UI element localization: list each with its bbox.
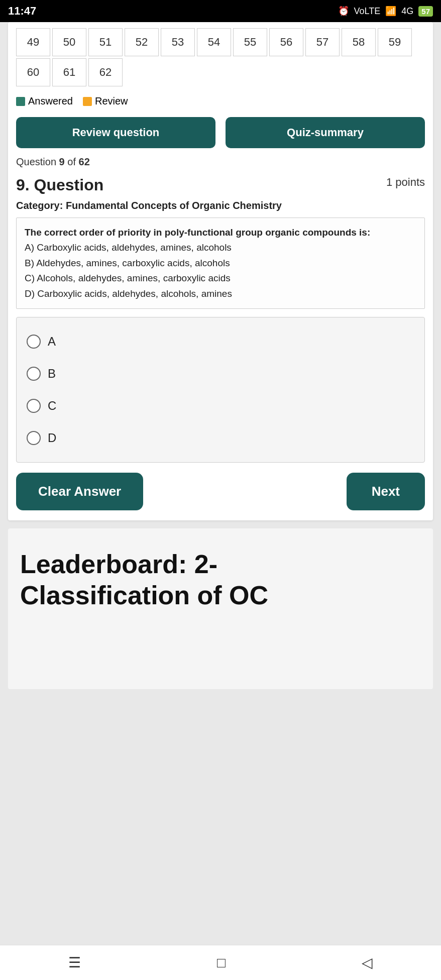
- question-grid: 49 50 51 52 53 54 55 56 57 58 59 60 61 6…: [16, 28, 425, 86]
- action-buttons: Review question Quiz-summary: [8, 112, 433, 154]
- question-grid-container: 49 50 51 52 53 54 55 56 57 58 59 60 61 6…: [8, 22, 433, 90]
- grid-cell-54[interactable]: 54: [197, 28, 231, 56]
- question-category: Category: Fundamental Concepts of Organi…: [8, 197, 433, 217]
- quiz-summary-button[interactable]: Quiz-summary: [226, 117, 425, 148]
- grid-cell-53[interactable]: 53: [161, 28, 195, 56]
- question-text-bold: The correct order of priority in poly-fu…: [25, 227, 370, 238]
- answered-dot: [16, 97, 25, 106]
- answer-label-d: D: [48, 431, 56, 445]
- grid-cell-62[interactable]: 62: [88, 58, 123, 86]
- status-right: ⏰ VoLTE 📶 4G 57: [338, 6, 433, 17]
- grid-cell-49[interactable]: 49: [16, 28, 50, 56]
- answered-label: Answered: [28, 95, 73, 107]
- main-card: 49 50 51 52 53 54 55 56 57 58 59 60 61 6…: [8, 22, 433, 520]
- question-prefix: Question: [16, 156, 59, 167]
- bottom-buttons: Clear Answer Next: [8, 473, 433, 510]
- grid-cell-61[interactable]: 61: [52, 58, 86, 86]
- answer-label-c: C: [48, 399, 56, 413]
- grid-cell-55[interactable]: 55: [233, 28, 267, 56]
- option-a-text: A) Carboxylic acids, aldehydes, amines, …: [25, 242, 232, 253]
- navigation-bar: ☰ □ ◁: [0, 945, 441, 980]
- clear-answer-button[interactable]: Clear Answer: [16, 473, 143, 510]
- question-of: of: [65, 156, 79, 167]
- review-question-button[interactable]: Review question: [16, 117, 215, 148]
- menu-icon[interactable]: ☰: [68, 954, 81, 971]
- question-box: The correct order of priority in poly-fu…: [16, 217, 425, 309]
- legend-answered: Answered: [16, 95, 73, 107]
- answer-option-b[interactable]: B: [27, 358, 414, 390]
- question-header: 9. Question 1 points: [8, 172, 433, 197]
- answer-options: A B C D: [16, 317, 425, 463]
- grid-cell-52[interactable]: 52: [125, 28, 159, 56]
- question-current: 9: [59, 156, 65, 167]
- grid-cell-58[interactable]: 58: [342, 28, 376, 56]
- legend-review: Review: [83, 95, 128, 107]
- home-icon[interactable]: □: [217, 955, 226, 971]
- radio-a[interactable]: [27, 335, 41, 349]
- question-total: 62: [79, 156, 90, 167]
- grid-cell-51[interactable]: 51: [88, 28, 123, 56]
- question-info-bar: Question 9 of 62: [8, 154, 433, 172]
- option-b-text: B) Aldehydes, amines, carboxylic acids, …: [25, 258, 230, 268]
- answer-option-a[interactable]: A: [27, 325, 414, 358]
- question-title: 9. Question: [16, 176, 103, 194]
- leaderboard-title: Leaderboard: 2-Classification of OC: [20, 549, 421, 611]
- grid-cell-50[interactable]: 50: [52, 28, 86, 56]
- status-bar: 11:47 ⏰ VoLTE 📶 4G 57: [0, 0, 441, 22]
- legend: Answered Review: [8, 90, 433, 112]
- grid-cell-56[interactable]: 56: [269, 28, 303, 56]
- radio-c[interactable]: [27, 399, 41, 413]
- grid-cell-57[interactable]: 57: [305, 28, 340, 56]
- back-icon[interactable]: ◁: [362, 954, 373, 971]
- question-points: 1 points: [386, 176, 425, 189]
- network-icon: VoLTE: [354, 6, 381, 17]
- answer-option-c[interactable]: C: [27, 390, 414, 422]
- leaderboard-card: Leaderboard: 2-Classification of OC: [8, 528, 433, 689]
- 4g-icon: 4G: [401, 6, 413, 17]
- review-label: Review: [95, 95, 128, 107]
- radio-b[interactable]: [27, 367, 41, 381]
- answer-label-a: A: [48, 335, 56, 349]
- alarm-icon: ⏰: [338, 6, 349, 17]
- radio-d[interactable]: [27, 431, 41, 445]
- next-button[interactable]: Next: [347, 473, 425, 510]
- grid-cell-59[interactable]: 59: [378, 28, 412, 56]
- grid-cell-60[interactable]: 60: [16, 58, 50, 86]
- option-c-text: C) Alcohols, aldehydes, amines, carboxyl…: [25, 273, 231, 283]
- status-time: 11:47: [8, 5, 36, 18]
- signal-icon: 📶: [385, 6, 396, 17]
- option-d-text: D) Carboxylic acids, aldehydes, alcohols…: [25, 288, 232, 299]
- answer-label-b: B: [48, 367, 56, 381]
- answer-option-d[interactable]: D: [27, 422, 414, 454]
- battery-indicator: 57: [418, 6, 433, 17]
- review-dot: [83, 97, 92, 106]
